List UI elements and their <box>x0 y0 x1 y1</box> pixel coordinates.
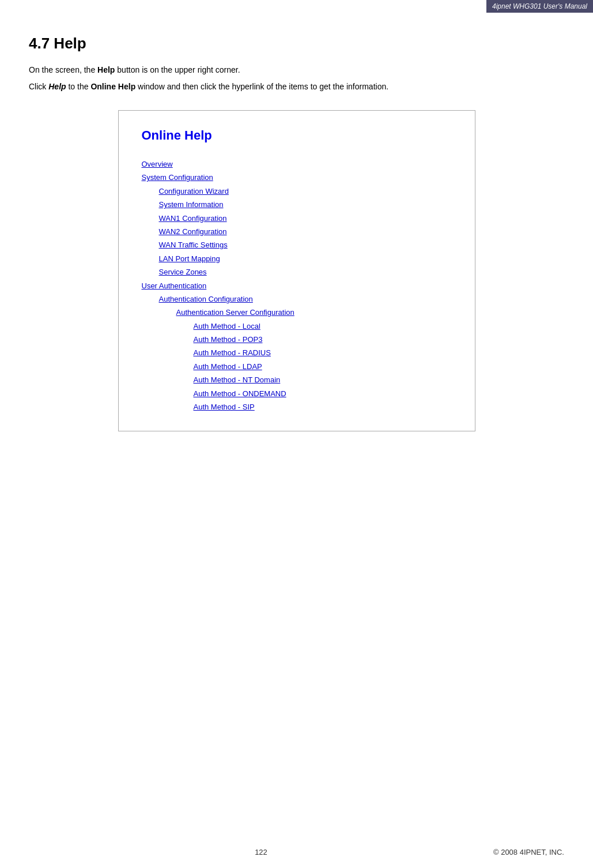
main-content: 4.7 Help On the screen, the Help button … <box>0 12 593 483</box>
help-link-item[interactable]: Auth Method - RADIUS <box>142 346 452 359</box>
help-link-item[interactable]: Auth Method - NT Domain <box>142 373 452 386</box>
help-links-container: OverviewSystem ConfigurationConfiguratio… <box>142 157 452 414</box>
help-link-item[interactable]: WAN Traffic Settings <box>142 238 452 251</box>
help-link-item[interactable]: System Information <box>142 198 452 211</box>
intro2-bold2: Online Help <box>90 82 135 91</box>
footer: 122 © 2008 4IPNET, INC. <box>0 848 593 856</box>
help-link-item[interactable]: LAN Port Mapping <box>142 252 452 265</box>
help-link-item[interactable]: System Configuration <box>142 171 452 184</box>
help-link-item[interactable]: User Authentication <box>142 279 452 292</box>
intro1-rest: button is on the upper right corner. <box>115 65 240 74</box>
header-manual-title: 4ipnet WHG301 User's Manual <box>486 0 593 13</box>
help-link-item[interactable]: Auth Method - ONDEMAND <box>142 387 452 400</box>
intro-paragraph-2: Click Help to the Online Help window and… <box>29 81 564 93</box>
intro1-bold: Help <box>97 65 115 74</box>
help-link-item[interactable]: Service Zones <box>142 265 452 279</box>
intro2-rest: to the <box>66 82 91 91</box>
intro-paragraph-1: On the screen, the Help button is on the… <box>29 64 564 76</box>
help-box: Online Help OverviewSystem Configuration… <box>118 110 475 431</box>
help-link-item[interactable]: WAN1 Configuration <box>142 212 452 225</box>
footer-copyright: © 2008 4IPNET, INC. <box>493 848 564 856</box>
help-link-item[interactable]: Auth Method - LDAP <box>142 360 452 373</box>
help-link-item[interactable]: Configuration Wizard <box>142 185 452 198</box>
help-link-item[interactable]: Auth Method - SIP <box>142 400 452 414</box>
intro2-pre: Click <box>29 82 48 91</box>
intro2-end: window and then click the hyperlink of t… <box>135 82 388 91</box>
help-link-item[interactable]: Overview <box>142 157 452 171</box>
footer-page-number: 122 <box>29 848 493 856</box>
help-link-item[interactable]: Auth Method - POP3 <box>142 333 452 346</box>
online-help-title: Online Help <box>142 128 452 143</box>
help-link-item[interactable]: Authentication Configuration <box>142 292 452 306</box>
help-link-item[interactable]: Authentication Server Configuration <box>142 306 452 319</box>
help-link-item[interactable]: WAN2 Configuration <box>142 225 452 238</box>
help-link-item[interactable]: Auth Method - Local <box>142 320 452 333</box>
intro1-text: On the screen, the <box>29 65 97 74</box>
intro2-bold: Help <box>48 82 66 91</box>
page-title: 4.7 Help <box>29 35 564 52</box>
